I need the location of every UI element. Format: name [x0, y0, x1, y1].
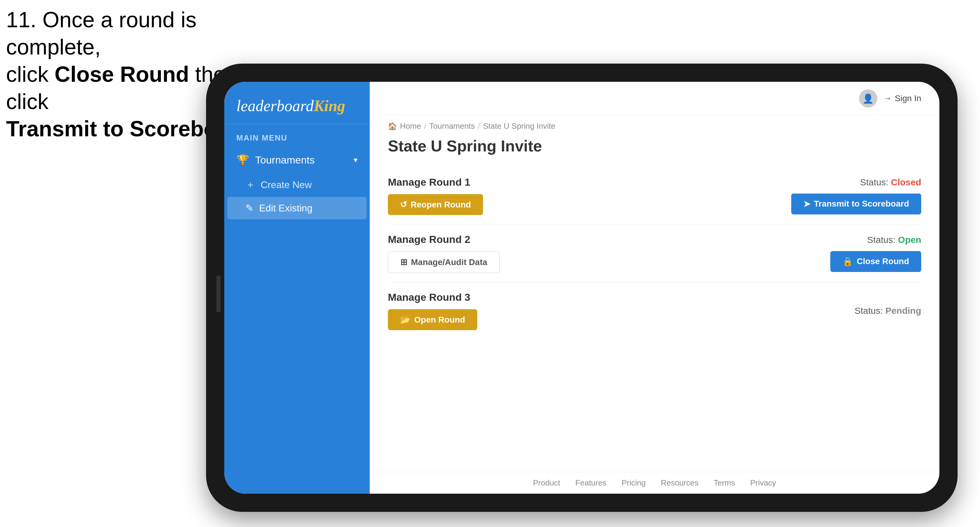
- close-round-label: Close Round: [857, 257, 909, 266]
- round-2-row: Manage Round 2 ⊞ Manage/Audit Data Statu…: [388, 224, 921, 282]
- home-icon: 🏠: [388, 122, 397, 130]
- transmit-icon: ➤: [803, 199, 810, 209]
- tablet-frame: leaderboardKing MAIN MENU 🏆 Tournaments …: [206, 63, 958, 512]
- open-round-label: Open Round: [414, 315, 465, 325]
- reopen-round-button[interactable]: ↺ Reopen Round: [388, 194, 483, 215]
- sidebar-item-edit-existing[interactable]: ✎ Edit Existing: [227, 197, 367, 219]
- footer-link-pricing[interactable]: Pricing: [622, 478, 646, 487]
- open-icon: 📂: [400, 315, 410, 325]
- round-3-title: Manage Round 3: [388, 291, 477, 303]
- manage-audit-data-button[interactable]: ⊞ Manage/Audit Data: [388, 251, 500, 273]
- plus-icon: ＋: [245, 178, 255, 191]
- edit-existing-label: Edit Existing: [259, 203, 312, 214]
- instruction-line2: click Close Round then click: [6, 62, 237, 114]
- open-round-button[interactable]: 📂 Open Round: [388, 309, 477, 330]
- round-2-status-value: Open: [898, 235, 921, 245]
- page-title: State U Spring Invite: [388, 137, 921, 155]
- logo-area: leaderboardKing: [224, 82, 370, 124]
- round-1-row: Manage Round 1 ↺ Reopen Round Status: Cl…: [388, 167, 921, 224]
- footer: Product Features Pricing Resources Terms…: [370, 472, 939, 494]
- footer-link-resources[interactable]: Resources: [661, 478, 698, 487]
- round-3-status-value: Pending: [885, 306, 921, 316]
- table-icon: ⊞: [400, 257, 407, 267]
- round-1-status: Status: Closed: [860, 177, 921, 187]
- transmit-to-scoreboard-button[interactable]: ➤ Transmit to Scoreboard: [791, 194, 921, 214]
- main-menu-label: MAIN MENU: [224, 124, 370, 147]
- main-content: 👤 → Sign In 🏠 Home / Tournaments / State…: [370, 82, 939, 494]
- tournaments-nav-label: Tournaments: [255, 154, 315, 166]
- top-bar: 👤 → Sign In: [370, 82, 939, 115]
- edit-icon: ✎: [245, 202, 254, 214]
- instruction-line1: 11. Once a round is complete,: [6, 8, 196, 59]
- breadcrumb-tournaments[interactable]: Tournaments: [430, 121, 475, 131]
- round-1-status-value: Closed: [891, 177, 921, 187]
- tablet-side-button: [216, 276, 221, 312]
- breadcrumb-current: State U Spring Invite: [483, 121, 555, 131]
- sidebar-item-tournaments[interactable]: 🏆 Tournaments ▾: [224, 147, 370, 173]
- lock-icon: 🔒: [842, 257, 853, 267]
- sign-in-icon: →: [883, 94, 892, 103]
- manage-audit-label: Manage/Audit Data: [411, 257, 487, 267]
- page-body: State U Spring Invite Manage Round 1 ↺ R…: [370, 131, 939, 472]
- round-1-title: Manage Round 1: [388, 176, 483, 188]
- tablet-screen: leaderboardKing MAIN MENU 🏆 Tournaments …: [224, 82, 939, 494]
- round-3-row: Manage Round 3 📂 Open Round Status: Pend…: [388, 282, 921, 339]
- avatar: 👤: [859, 89, 877, 108]
- logo: leaderboardKing: [236, 97, 358, 115]
- app-container: leaderboardKing MAIN MENU 🏆 Tournaments …: [224, 82, 939, 494]
- close-round-button[interactable]: 🔒 Close Round: [830, 251, 921, 272]
- sidebar-item-create-new[interactable]: ＋ Create New: [224, 173, 370, 197]
- breadcrumb: 🏠 Home / Tournaments / State U Spring In…: [370, 115, 939, 131]
- logo-king: King: [313, 97, 345, 114]
- round-2-title: Manage Round 2: [388, 233, 500, 245]
- transmit-to-scoreboard-label: Transmit to Scoreboard: [814, 199, 909, 209]
- footer-link-features[interactable]: Features: [576, 478, 607, 487]
- sign-in-button[interactable]: → Sign In: [883, 94, 921, 103]
- reopen-icon: ↺: [400, 200, 407, 210]
- round-3-status: Status: Pending: [854, 306, 921, 316]
- sign-in-label: Sign In: [895, 94, 921, 103]
- round-2-status: Status: Open: [867, 235, 921, 245]
- chevron-down-icon: ▾: [354, 156, 358, 165]
- instruction-bold1: Close Round: [54, 62, 189, 86]
- breadcrumb-home[interactable]: Home: [400, 121, 421, 131]
- create-new-label: Create New: [261, 179, 312, 190]
- sidebar: leaderboardKing MAIN MENU 🏆 Tournaments …: [224, 82, 370, 494]
- logo-leaderboard: leaderboard: [236, 97, 313, 114]
- trophy-icon: 🏆: [236, 154, 249, 166]
- footer-link-product[interactable]: Product: [533, 478, 560, 487]
- footer-link-privacy[interactable]: Privacy: [750, 478, 776, 487]
- reopen-round-label: Reopen Round: [410, 200, 471, 210]
- footer-link-terms[interactable]: Terms: [714, 478, 735, 487]
